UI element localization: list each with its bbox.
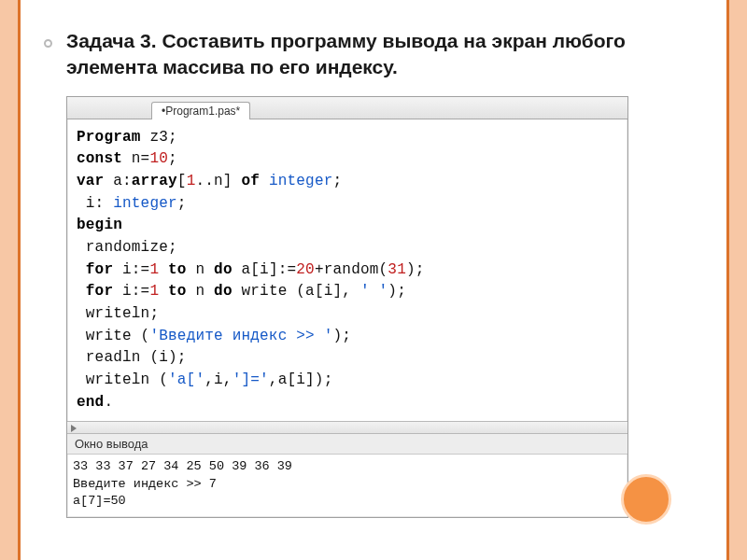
code-text: ;	[333, 173, 343, 189]
num-literal: 1	[149, 283, 159, 300]
code-text: ..n]	[195, 173, 241, 189]
kw-for: for	[86, 283, 113, 300]
code-text: writeln (	[77, 371, 168, 388]
code-text: write (	[77, 328, 149, 344]
code-text: .	[104, 394, 113, 411]
code-text: randomize;	[77, 239, 177, 256]
code-text: n	[187, 261, 214, 278]
code-text	[77, 283, 86, 300]
num-literal: 10	[149, 150, 168, 167]
type-integer: integer	[269, 173, 333, 189]
tab-strip: •Program1.pas*	[67, 97, 627, 119]
code-text: ;	[168, 150, 177, 167]
code-text: );	[332, 328, 351, 344]
bullet-icon	[44, 39, 52, 48]
kw-to: to	[168, 283, 187, 300]
code-text: ;	[177, 195, 187, 212]
code-text	[159, 261, 168, 278]
kw-array: array	[132, 173, 177, 189]
code-text	[77, 261, 86, 278]
code-text: n	[187, 283, 214, 300]
slide-content: Задача 3. Составить программу вывода на …	[23, 0, 724, 560]
code-text: write (a[i],	[233, 283, 360, 300]
num-literal: 31	[388, 261, 406, 278]
ide-window: •Program1.pas* Program z3; const n=10; v…	[66, 96, 628, 518]
code-text: i:	[77, 195, 113, 212]
output-line: 33 33 37 27 34 25 50 39 36 39	[73, 459, 292, 473]
decorative-circle-icon	[621, 474, 671, 525]
code-text: +random(	[315, 261, 388, 278]
kw-do: do	[214, 261, 233, 278]
string-literal: 'Введите индекс >> '	[149, 328, 332, 344]
code-text: readln (i);	[77, 349, 187, 366]
code-text	[159, 283, 168, 300]
code-text: writeln;	[77, 305, 159, 322]
string-literal: 'a['	[168, 371, 204, 388]
output-line: a[7]=50	[73, 494, 126, 508]
code-text: a:	[104, 173, 131, 189]
num-literal: 20	[296, 261, 315, 278]
code-text: z3;	[141, 129, 177, 146]
output-line: Введите индекс >> 7	[73, 477, 217, 491]
code-text: i:=	[113, 261, 149, 278]
slide-accent-left	[0, 0, 21, 560]
string-literal: ']='	[233, 371, 269, 388]
kw-begin: begin	[77, 217, 122, 233]
code-text: i:=	[113, 283, 149, 300]
task-heading: Задача 3. Составить программу вывода на …	[66, 28, 698, 81]
code-text: );	[406, 261, 425, 278]
output-panel: 33 33 37 27 34 25 50 39 36 39 Введите ин…	[67, 455, 627, 517]
file-tab[interactable]: •Program1.pas*	[151, 102, 250, 119]
slide-accent-right	[726, 0, 747, 560]
num-literal: 1	[187, 173, 196, 189]
kw-end: end	[77, 394, 104, 411]
code-text: [	[177, 173, 187, 189]
kw-const: const	[77, 150, 122, 167]
type-integer: integer	[113, 195, 177, 212]
code-text: ,i,	[204, 371, 232, 388]
code-text	[260, 173, 269, 189]
num-literal: 1	[149, 261, 159, 278]
code-editor: Program z3; const n=10; var a:array[1..n…	[67, 119, 627, 422]
code-text: n=	[122, 150, 149, 167]
code-text: ,a[i]);	[269, 371, 333, 388]
code-text: a[i]:=	[233, 261, 297, 278]
kw-program: Program	[77, 129, 141, 146]
kw-to: to	[168, 261, 187, 278]
code-text: );	[388, 283, 406, 300]
string-literal: ' '	[360, 283, 388, 300]
panel-splitter[interactable]	[67, 421, 627, 434]
kw-for: for	[86, 261, 113, 278]
kw-do: do	[214, 283, 233, 300]
output-panel-title: Окно вывода	[67, 434, 627, 455]
kw-var: var	[77, 173, 104, 189]
kw-of: of	[241, 173, 260, 189]
